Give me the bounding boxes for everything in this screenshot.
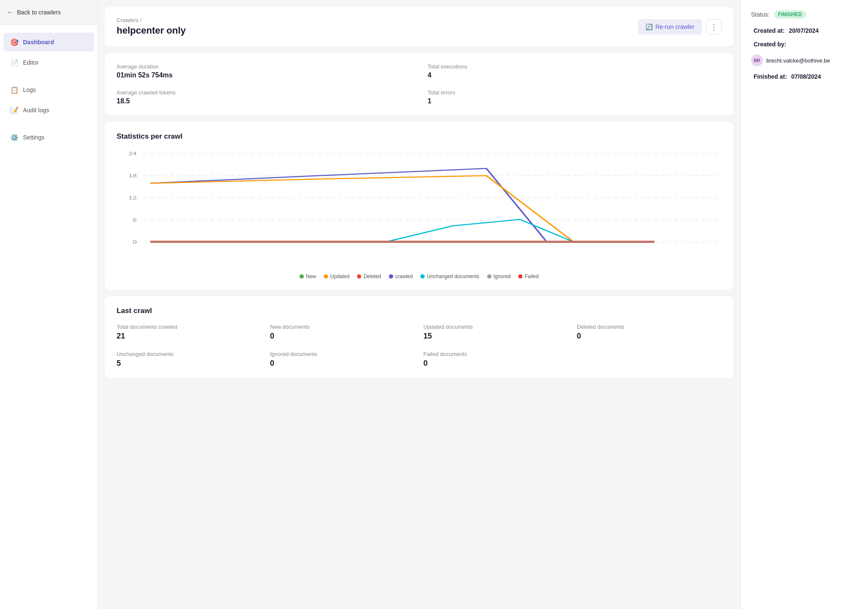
legend-label-deleted: Deleted — [363, 273, 381, 279]
page-title: helpcenter only — [117, 25, 186, 36]
avg-duration-label: Average duration — [117, 63, 411, 70]
refresh-icon: 🔄 — [645, 23, 653, 30]
chart-legend: New Updated Deleted crawled Unchanged do… — [117, 273, 722, 279]
created-at-row: Created at: 20/07/2024 — [751, 27, 858, 34]
crawl-failed-label: Failed documents — [423, 351, 568, 357]
total-executions-value: 4 — [428, 71, 722, 79]
finished-at-label: Finished at: — [754, 73, 787, 80]
sidebar-item-label: Logs — [23, 86, 36, 93]
user-email: brecht.valcke@bothive.be — [766, 57, 830, 64]
crawl-item-total: Total documents crawled 21 — [117, 324, 262, 341]
legend-label-failed: Failed — [525, 273, 539, 279]
last-crawl-title: Last crawl — [117, 307, 722, 315]
status-label: Status: — [751, 11, 770, 18]
sidebar-item-dashboard[interactable]: 🎯 Dashboard — [3, 33, 94, 51]
crawl-grid: Total documents crawled 21 New documents… — [117, 324, 722, 368]
header-section: Crawlers / helpcenter only 🔄 Re-run craw… — [105, 7, 734, 46]
crawl-updated-label: Updated documents — [423, 324, 568, 330]
crawl-new-label: New documents — [270, 324, 415, 330]
legend-failed: Failed — [518, 273, 539, 279]
total-executions-card: Total executions 4 — [428, 63, 722, 79]
avg-duration-card: Average duration 01min 52s 754ms — [117, 63, 411, 79]
crawl-item-ignored: Ignored documents 0 — [270, 351, 415, 368]
avg-tokens-label: Average crawled tokens — [117, 89, 411, 96]
crawl-unchanged-value: 5 — [117, 359, 262, 368]
total-errors-card: Total errors 1 — [428, 89, 722, 105]
content-wrapper: Crawlers / helpcenter only 🔄 Re-run craw… — [98, 0, 868, 609]
header-actions: 🔄 Re-run crawler ⋮ — [638, 19, 722, 34]
crawl-item-failed: Failed documents 0 — [423, 351, 568, 368]
last-crawl-section: Last crawl Total documents crawled 21 Ne… — [105, 296, 734, 378]
sidebar-item-label: Editor — [23, 59, 39, 66]
rerun-crawler-button[interactable]: 🔄 Re-run crawler — [638, 19, 702, 34]
crawl-new-value: 0 — [270, 332, 415, 341]
created-by-row: Created by: — [751, 41, 858, 48]
stats-section: Statistics per crawl 24 18 12 6 0 — [105, 122, 734, 290]
crawl-deleted-value: 0 — [577, 332, 722, 341]
back-arrow-icon: ← — [7, 9, 14, 16]
crawl-failed-value: 0 — [423, 359, 568, 368]
svg-text:18: 18 — [128, 173, 137, 178]
legend-unchanged: Unchanged documents — [420, 273, 479, 279]
legend-dot-unchanged — [420, 274, 425, 279]
legend-dot-ignored — [487, 274, 491, 279]
avatar-row: BR brecht.valcke@bothive.be — [751, 54, 858, 66]
crawl-item-updated: Updated documents 15 — [423, 324, 568, 341]
legend-label-ignored: Ignored — [494, 273, 511, 279]
legend-crawled: crawled — [389, 273, 413, 279]
crawl-updated-value: 15 — [423, 332, 568, 341]
dashboard-icon: 🎯 — [10, 38, 19, 46]
total-errors-value: 1 — [428, 97, 722, 105]
crawl-item-deleted: Deleted documents 0 — [577, 324, 722, 341]
legend-dot-failed — [518, 274, 523, 279]
crawl-unchanged-label: Unchanged documents — [117, 351, 262, 357]
settings-icon: ⚙️ — [10, 133, 19, 142]
back-button[interactable]: ← Back to crawlers — [0, 0, 97, 25]
audit-logs-icon: 📝 — [10, 106, 19, 114]
svg-text:0: 0 — [133, 239, 137, 245]
legend-dot-new — [300, 274, 304, 279]
created-by-label: Created by: — [754, 41, 786, 48]
stats-title: Statistics per crawl — [117, 132, 722, 141]
sidebar-item-label: Audit logs — [23, 107, 49, 114]
sidebar-item-label: Settings — [23, 134, 45, 141]
logs-icon: 📋 — [10, 85, 19, 94]
breadcrumb-title: Crawlers / helpcenter only — [117, 17, 186, 36]
legend-ignored: Ignored — [487, 273, 511, 279]
sidebar-item-settings[interactable]: ⚙️ Settings — [3, 128, 94, 147]
status-badge: FINISHED — [774, 10, 806, 19]
more-options-button[interactable]: ⋮ — [706, 19, 722, 34]
legend-dot-deleted — [357, 274, 361, 279]
legend-updated: Updated — [324, 273, 349, 279]
legend-dot-updated — [324, 274, 328, 279]
status-row: Status: FINISHED — [751, 10, 858, 19]
created-at-label: Created at: — [754, 27, 785, 34]
sidebar-item-logs[interactable]: 📋 Logs — [3, 80, 94, 99]
legend-deleted: Deleted — [357, 273, 381, 279]
svg-text:12: 12 — [128, 195, 137, 200]
avg-tokens-card: Average crawled tokens 18.5 — [117, 89, 411, 105]
editor-icon: 📄 — [10, 58, 19, 67]
crawl-deleted-label: Deleted documents — [577, 324, 722, 330]
finished-at-value: 07/08/2024 — [791, 73, 821, 80]
more-icon: ⋮ — [710, 22, 718, 31]
chart-container: 24 18 12 6 0 — [117, 149, 722, 268]
legend-label-crawled: crawled — [395, 273, 413, 279]
crawl-item-new: New documents 0 — [270, 324, 415, 341]
crawl-item-unchanged: Unchanged documents 5 — [117, 351, 262, 368]
finished-at-row: Finished at: 07/08/2024 — [751, 73, 858, 80]
avg-duration-value: 01min 52s 754ms — [117, 71, 411, 79]
sidebar: ← Back to crawlers 🎯 Dashboard 📄 Editor … — [0, 0, 98, 609]
breadcrumb: Crawlers / — [117, 17, 186, 23]
crawl-total-label: Total documents crawled — [117, 324, 262, 330]
total-executions-label: Total executions — [428, 63, 722, 70]
sidebar-item-editor[interactable]: 📄 Editor — [3, 53, 94, 72]
sidebar-item-label: Dashboard — [23, 39, 54, 46]
legend-label-new: New — [306, 273, 316, 279]
right-panel: Status: FINISHED Created at: 20/07/2024 … — [740, 0, 868, 609]
sidebar-item-audit-logs[interactable]: 📝 Audit logs — [3, 101, 94, 120]
user-initials: BR — [754, 58, 760, 63]
legend-label-updated: Updated — [330, 273, 349, 279]
stats-chart: 24 18 12 6 0 — [117, 149, 722, 260]
info-grid: Average duration 01min 52s 754ms Total e… — [105, 53, 734, 115]
